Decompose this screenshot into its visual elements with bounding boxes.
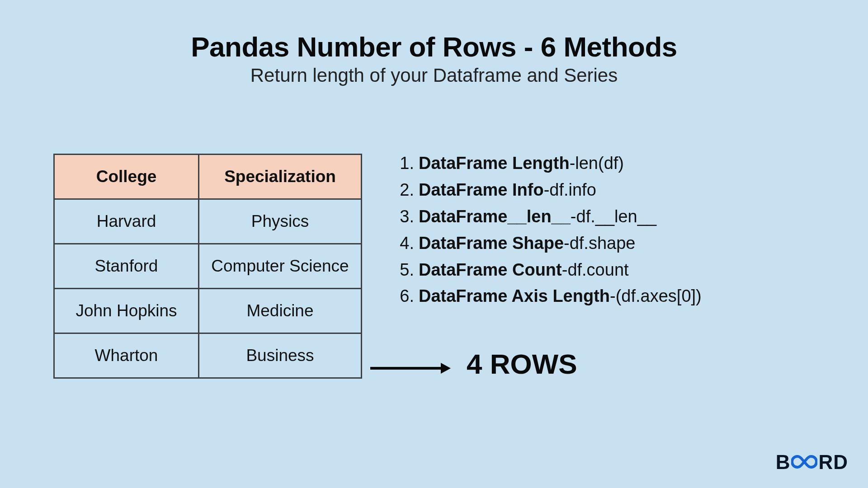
list-number: 4. [393,230,414,257]
rows-count-label: 4 ROWS [467,348,577,380]
list-number: 2. [393,177,414,203]
table-row: Harvard Physics [54,199,362,244]
col-header-specialization: Specialization [199,155,362,199]
method-sep: - [610,283,616,310]
cell-college: Wharton [54,333,199,378]
arrow-right-icon [369,361,451,375]
table-row: Wharton Business [54,333,362,378]
method-sep: - [570,150,576,177]
method-name: DataFrame Info [419,177,544,203]
method-code: df.shape [570,230,636,257]
method-code: df.info [549,177,596,203]
infinity-icon [791,455,817,469]
brand-logo: B RD [776,451,848,474]
table-row: Stanford Computer Science [54,244,362,289]
table-header-row: College Specialization [54,155,362,199]
method-code: df.__len__ [576,203,657,230]
list-number: 1. [393,150,414,177]
method-sep: - [571,203,576,230]
cell-college: John Hopkins [54,289,199,333]
dataframe-table-wrap: College Specialization Harvard Physics S… [53,154,362,379]
method-code: (df.axes[0]) [616,283,702,310]
method-sep: - [564,230,570,257]
dataframe-table: College Specialization Harvard Physics S… [53,154,362,379]
method-name: DataFrame Count [419,257,562,283]
method-name: DataFrame__len__ [419,203,571,230]
list-number: 5. [393,257,414,283]
brand-text-b: B [776,451,791,474]
list-number: 6. [393,283,414,310]
methods-list: 1. DataFrame Length - len(df) 2. DataFra… [393,150,702,310]
brand-text-rd: RD [818,451,848,474]
method-code: df.count [567,257,628,283]
table-row: John Hopkins Medicine [54,289,362,333]
svg-marker-1 [441,363,451,374]
cell-specialization: Computer Science [199,244,362,289]
list-number: 3. [393,203,414,230]
method-name: DataFrame Axis Length [419,283,610,310]
method-name: DataFrame Shape [419,230,564,257]
list-item: 4. DataFrame Shape - df.shape [393,230,702,257]
method-code: len(df) [575,150,624,177]
heading-block: Pandas Number of Rows - 6 Methods Return… [0,31,868,86]
cell-college: Stanford [54,244,199,289]
list-item: 3. DataFrame__len__ - df.__len__ [393,203,702,230]
cell-college: Harvard [54,199,199,244]
cell-specialization: Medicine [199,289,362,333]
page-title: Pandas Number of Rows - 6 Methods [0,31,868,63]
list-item: 5. DataFrame Count - df.count [393,257,702,283]
page-subtitle: Return length of your Dataframe and Seri… [0,65,868,86]
col-header-college: College [54,155,199,199]
list-item: 6. DataFrame Axis Length - (df.axes[0]) [393,283,702,310]
cell-specialization: Physics [199,199,362,244]
cell-specialization: Business [199,333,362,378]
list-item: 1. DataFrame Length - len(df) [393,150,702,177]
method-sep: - [562,257,568,283]
method-sep: - [544,177,550,203]
list-item: 2. DataFrame Info - df.info [393,177,702,203]
method-name: DataFrame Length [419,150,570,177]
